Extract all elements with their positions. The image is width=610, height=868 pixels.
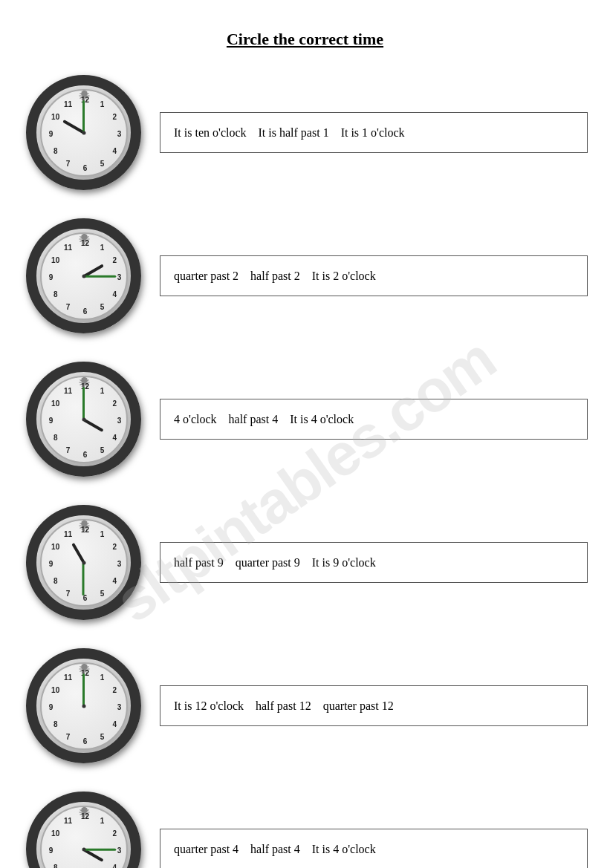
tick-mark (83, 90, 84, 93)
clock-number: 4 (109, 433, 120, 443)
clock-number: 5 (97, 301, 108, 312)
clock-3: 121234567891011 (26, 362, 141, 477)
clock-face: 121234567891011 (40, 232, 128, 320)
clock-number: 9 (46, 129, 56, 140)
option-text-3[interactable]: It is 4 o'clock (290, 413, 354, 426)
clock-number: 8 (51, 863, 61, 869)
clock-center-dot (82, 847, 85, 851)
clock-number: 3 (114, 559, 125, 570)
clock-number: 8 (51, 290, 61, 300)
clock-number: 12 (80, 95, 91, 105)
clock-number: 1 (97, 99, 108, 110)
option-text-2[interactable]: It is half past 1 (259, 126, 329, 140)
clock-number: 8 (51, 433, 61, 443)
clock-number: 9 (46, 846, 56, 856)
option-text-1[interactable]: quarter past 2 (174, 270, 239, 283)
option-text-1[interactable]: It is ten o'clock (174, 126, 247, 140)
clock-number: 5 (97, 588, 108, 598)
clock-face: 121234567891011 (40, 89, 128, 177)
option-text-2[interactable]: half past 4 (229, 413, 279, 426)
clock-number: 10 (51, 685, 61, 696)
clock-number: 10 (51, 112, 61, 123)
clock-number: 6 (80, 593, 91, 604)
clock-2: 121234567891011 (26, 218, 141, 333)
exercise-row: 121234567891011half past 9 quarter past … (22, 501, 588, 624)
clock-number: 11 (63, 386, 74, 397)
options-box: quarter past 4 half past 4 It is 4 o'clo… (160, 829, 588, 868)
clock-number: 6 (80, 737, 91, 747)
tick-mark (83, 806, 84, 809)
option-text-3[interactable]: It is 9 o'clock (312, 556, 376, 570)
exercise-row: 121234567891011quarter past 4 half past … (22, 788, 588, 868)
clock-number: 7 (63, 301, 74, 312)
clock-number: 3 (114, 129, 125, 140)
minute-hand (82, 387, 85, 420)
tick-mark (83, 663, 84, 666)
clock-number: 10 (51, 399, 61, 409)
clock-number: 11 (63, 529, 74, 540)
clock-center-dot (82, 561, 85, 564)
option-text-3[interactable]: It is 1 o'clock (341, 126, 405, 140)
clock-number: 11 (63, 673, 74, 683)
minute-hand (82, 673, 85, 706)
clock-number: 9 (46, 559, 56, 570)
clock-number: 2 (109, 829, 120, 839)
option-text-2[interactable]: half past 4 (250, 843, 300, 856)
clock-number: 3 (114, 702, 125, 713)
minute-hand (82, 563, 85, 595)
clock-number: 3 (114, 846, 125, 856)
clock-number: 4 (109, 719, 120, 730)
tick-mark (83, 520, 84, 523)
clock-number: 2 (109, 685, 120, 696)
option-text-1[interactable]: 4 o'clock (174, 413, 217, 426)
option-text-3[interactable]: It is 4 o'clock (312, 843, 376, 856)
clock-number: 12 (80, 238, 91, 249)
option-text-2[interactable]: half past 12 (256, 699, 311, 713)
clock-number: 12 (80, 382, 91, 392)
clock-number: 2 (109, 542, 120, 552)
clock-number: 4 (109, 290, 120, 300)
options-box: half past 9 quarter past 9 It is 9 o'clo… (160, 542, 588, 583)
options-box: It is 12 o'clock half past 12 quarter pa… (160, 685, 588, 726)
hour-hand (83, 418, 104, 431)
option-text-3[interactable]: It is 2 o'clock (312, 270, 376, 283)
clock-number: 10 (51, 542, 61, 552)
clock-number: 5 (97, 158, 108, 169)
option-text-2[interactable]: half past 2 (250, 270, 300, 283)
exercise-row: 121234567891011It is 12 o'clock half pas… (22, 645, 588, 767)
option-text-1[interactable]: quarter past 4 (174, 843, 239, 856)
clock-container: 121234567891011 (22, 71, 145, 194)
clock-container: 121234567891011 (22, 501, 145, 624)
options-box: It is ten o'clock It is half past 1 It i… (160, 112, 588, 153)
clock-number: 3 (114, 273, 125, 283)
clock-center-dot (82, 274, 85, 278)
option-text-1[interactable]: half past 9 (174, 556, 224, 570)
option-text-2[interactable]: quarter past 9 (236, 556, 300, 570)
exercise-row: 121234567891011quarter past 2 half past … (22, 215, 588, 337)
clock-number: 2 (109, 399, 120, 409)
clock-number: 9 (46, 416, 56, 426)
clock-number: 12 (80, 525, 91, 535)
clock-number: 7 (63, 588, 74, 598)
clock-container: 121234567891011 (22, 788, 145, 868)
clock-number: 5 (97, 731, 108, 742)
minute-hand (82, 100, 85, 133)
clock-number: 7 (63, 445, 74, 455)
clock-center-dot (82, 131, 85, 134)
minute-hand (84, 275, 117, 277)
page-title: Circle the correct time (22, 30, 588, 49)
clock-number: 11 (63, 816, 74, 826)
option-text-1[interactable]: It is 12 o'clock (174, 699, 244, 713)
option-text-3[interactable]: quarter past 12 (323, 699, 394, 713)
tick-mark (83, 233, 84, 236)
clock-number: 1 (97, 529, 108, 540)
clock-face: 121234567891011 (40, 662, 128, 750)
clock-number: 1 (97, 386, 108, 397)
clock-number: 9 (46, 273, 56, 283)
clock-number: 10 (51, 829, 61, 839)
clock-number: 12 (80, 812, 91, 822)
clock-number: 6 (80, 307, 91, 317)
clock-number: 8 (51, 146, 61, 157)
exercise-row: 1212345678910114 o'clock half past 4 It … (22, 358, 588, 480)
options-box: quarter past 2 half past 2 It is 2 o'clo… (160, 255, 588, 296)
